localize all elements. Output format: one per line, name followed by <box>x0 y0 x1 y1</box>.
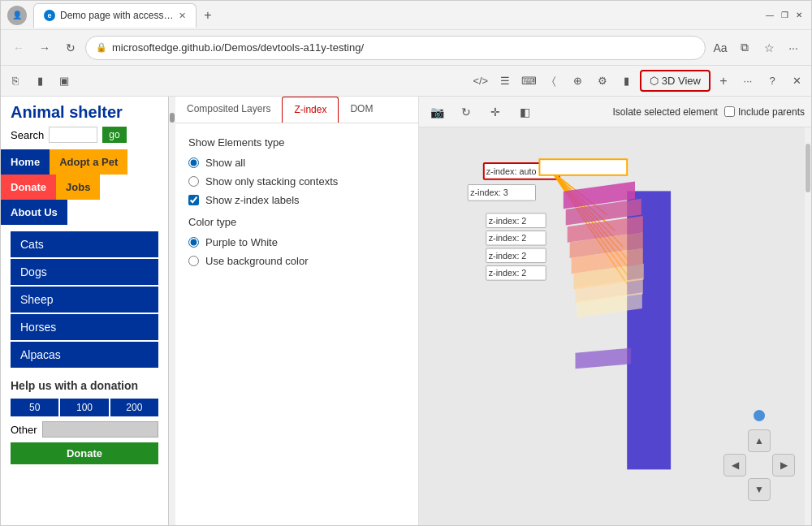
screenshot-button[interactable]: 📷 <box>425 101 448 123</box>
list-item-alpacas[interactable]: Alpacas <box>11 342 158 368</box>
list-item-sheep[interactable]: Sheep <box>11 287 158 313</box>
nav-row-2: Donate Jobs <box>1 175 168 200</box>
list-item-dogs[interactable]: Dogs <box>11 259 158 285</box>
include-parents-checkbox[interactable]: Include parents <box>724 106 805 118</box>
nav-left-button[interactable]: ◀ <box>723 454 746 476</box>
website-panel: Animal shelter Search go Home Adopt a Pe… <box>1 97 169 525</box>
other-label: Other <box>11 424 37 436</box>
3d-panel-scrollbar[interactable] <box>805 127 811 525</box>
navigation-bar: ← → ↻ 🔒 microsoftedge.github.io/Demos/de… <box>1 30 811 66</box>
close-button[interactable]: ✕ <box>793 10 805 21</box>
donate-100-button[interactable]: 100 <box>60 399 108 416</box>
color-type-title: Color type <box>188 216 405 228</box>
active-tab[interactable]: e Demo page with accessibility iss ✕ <box>33 3 197 28</box>
split-screen-icon[interactable]: ⧉ <box>733 37 756 59</box>
pan-button[interactable]: ✛ <box>484 101 507 123</box>
inspect-element-button[interactable]: ⎘ <box>4 70 27 93</box>
minimize-button[interactable]: — <box>764 10 775 21</box>
help-button[interactable]: ? <box>761 70 784 93</box>
nav-right-button[interactable]: ▶ <box>772 454 795 476</box>
forward-button[interactable]: → <box>33 37 56 59</box>
3d-visualization[interactable]: z-index: auto z-index: 3 z-index: 2 z-in… <box>419 127 811 525</box>
show-zindex-labels-label: Show z-index labels <box>205 194 300 206</box>
main-content-area: Animal shelter Search go Home Adopt a Pe… <box>1 97 811 525</box>
site-navigation: Home Adopt a Pet Donate Jobs About Us <box>1 149 168 225</box>
donation-section: Help us with a donation 50 100 200 Other… <box>1 369 168 474</box>
other-amount-input[interactable] <box>42 421 158 438</box>
close-devtools-button[interactable]: ✕ <box>785 70 808 93</box>
settings-panel-button[interactable]: ⚙ <box>591 70 614 93</box>
show-zindex-labels-option[interactable]: Show z-index labels <box>188 194 405 206</box>
use-background-radio[interactable] <box>188 256 199 266</box>
performance-panel-button[interactable]: ⌨ <box>518 70 541 93</box>
reset-view-button[interactable]: ↻ <box>455 101 477 123</box>
storage-panel-button[interactable]: ▮ <box>615 70 638 93</box>
nav-row-3: About Us <box>1 200 168 225</box>
nav-down-button[interactable]: ▼ <box>748 478 771 501</box>
maximize-button[interactable]: ❐ <box>779 10 790 21</box>
list-item-horses[interactable]: Horses <box>11 314 158 340</box>
tab-z-index[interactable]: Z-index <box>282 97 339 123</box>
nav-right-actions: Aa ⧉ ☆ ··· <box>709 37 805 59</box>
show-zindex-labels-checkbox[interactable] <box>188 195 199 205</box>
nav-jobs[interactable]: Jobs <box>56 175 100 200</box>
animal-list: Cats Dogs Sheep Horses Alpacas <box>1 231 168 368</box>
donate-50-button[interactable]: 50 <box>11 399 58 416</box>
search-input[interactable] <box>49 127 97 143</box>
add-panel-button[interactable]: + <box>712 70 735 93</box>
3d-view-button[interactable]: ⬡ 3D View <box>640 70 710 92</box>
purple-white-option[interactable]: Purple to White <box>188 236 405 248</box>
show-all-radio[interactable] <box>188 157 199 168</box>
profile-avatar[interactable]: 👤 <box>7 6 27 25</box>
show-all-label: Show all <box>205 157 245 169</box>
website-scrollbar[interactable] <box>169 97 175 525</box>
devtools-options-panel: Show Elements type Show all Show only st… <box>175 123 418 287</box>
tab-dom[interactable]: DOM <box>339 97 384 123</box>
include-parents-input[interactable] <box>724 106 735 117</box>
back-button[interactable]: ← <box>7 37 30 59</box>
svg-text:z-index: 3: z-index: 3 <box>470 188 508 197</box>
empty-cell-5 <box>772 478 795 501</box>
donate-200-button[interactable]: 200 <box>110 399 158 416</box>
svg-text:z-index: 2: z-index: 2 <box>489 251 527 261</box>
nav-donate[interactable]: Donate <box>1 175 56 200</box>
site-title: Animal shelter <box>11 103 158 122</box>
list-item-cats[interactable]: Cats <box>11 231 158 257</box>
title-bar-left: 👤 <box>7 6 27 25</box>
nav-about[interactable]: About Us <box>1 200 67 225</box>
tab-close-button[interactable]: ✕ <box>179 11 186 21</box>
reader-view-icon[interactable]: Aa <box>709 37 732 59</box>
nav-adopt[interactable]: Adopt a Pet <box>50 149 127 175</box>
use-background-option[interactable]: Use background color <box>188 255 405 267</box>
device-emulation-button[interactable]: ▮ <box>28 70 51 93</box>
search-devtools-button[interactable]: ▣ <box>53 70 76 93</box>
devtools-zindex-panel: Composited Layers Z-index DOM Show Eleme… <box>175 97 419 525</box>
site-search: Search go <box>11 127 158 143</box>
include-parents-label: Include parents <box>738 106 805 118</box>
show-stacking-radio[interactable] <box>188 176 199 187</box>
wifi-icon-button[interactable]: 〈 <box>542 70 565 93</box>
empty-cell-1 <box>723 429 746 452</box>
purple-white-radio[interactable] <box>188 237 199 248</box>
tab-composited-layers[interactable]: Composited Layers <box>175 97 282 123</box>
donate-submit-button[interactable]: Donate <box>11 442 158 464</box>
address-bar[interactable]: 🔒 microsoftedge.github.io/Demos/devtools… <box>85 36 706 60</box>
favorites-icon[interactable]: ☆ <box>758 37 780 59</box>
new-tab-button[interactable]: + <box>197 4 219 27</box>
show-all-option[interactable]: Show all <box>188 157 405 169</box>
more-options-icon[interactable]: ··· <box>782 37 805 59</box>
purple-white-label: Purple to White <box>205 236 278 248</box>
show-stacking-option[interactable]: Show only stacking contexts <box>188 175 405 188</box>
sources-panel-button[interactable]: ⊕ <box>567 70 590 93</box>
network-panel-button[interactable]: ☰ <box>494 70 516 93</box>
donation-other: Other <box>11 421 158 438</box>
elements-panel-button[interactable]: </> <box>469 70 492 93</box>
more-panels-button[interactable]: ··· <box>736 70 759 93</box>
nav-up-button[interactable]: ▲ <box>748 429 771 452</box>
rotate-button[interactable]: ◧ <box>513 101 536 123</box>
search-go-button[interactable]: go <box>102 127 126 143</box>
tab-title: Demo page with accessibility iss <box>60 10 174 21</box>
window-controls: — ❐ ✕ <box>764 10 805 21</box>
nav-home[interactable]: Home <box>1 149 50 175</box>
refresh-button[interactable]: ↻ <box>59 37 82 59</box>
